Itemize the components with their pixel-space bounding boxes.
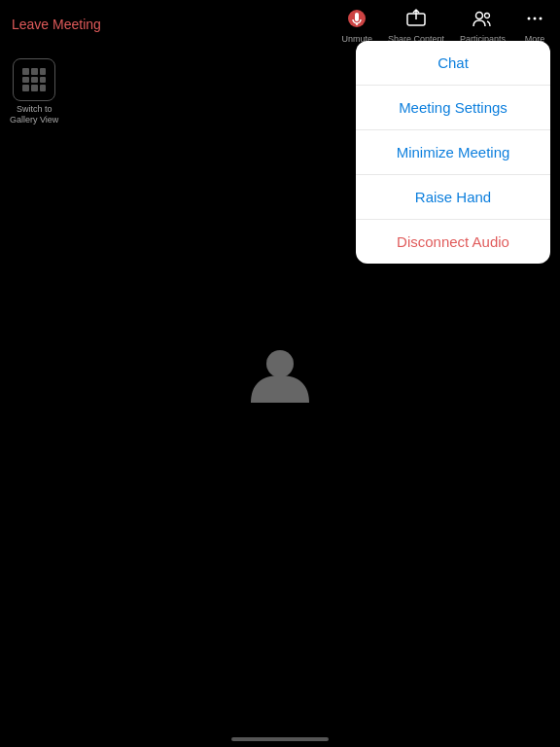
gallery-grid-icon — [22, 68, 46, 91]
svg-point-4 — [476, 13, 483, 19]
dropdown-meeting-settings[interactable]: Meeting Settings — [356, 86, 550, 130]
dropdown-minimize-meeting[interactable]: Minimize Meeting — [356, 130, 550, 175]
share-content-icon — [402, 5, 430, 32]
participants-icon — [469, 5, 496, 32]
gallery-view-label: Switch toGallery View — [10, 104, 58, 125]
dropdown-menu: Chat Meeting Settings Minimize Meeting R… — [356, 41, 550, 264]
dropdown-raise-hand[interactable]: Raise Hand — [356, 175, 550, 220]
more-icon — [521, 5, 548, 32]
person-avatar — [246, 339, 314, 408]
unmute-icon — [343, 5, 370, 32]
toolbar-right: Unmute Share Content Parti — [341, 5, 548, 44]
dropdown-disconnect-audio[interactable]: Disconnect Audio — [356, 220, 550, 264]
leave-meeting-button[interactable]: Leave Meeting — [12, 17, 101, 32]
toolbar-participants[interactable]: Participants — [460, 5, 506, 44]
svg-point-8 — [540, 18, 542, 20]
toolbar-unmute[interactable]: Unmute — [341, 5, 372, 44]
svg-rect-1 — [355, 13, 359, 21]
svg-point-5 — [485, 14, 490, 18]
toolbar-more[interactable]: More — [521, 5, 548, 44]
gallery-view-button[interactable]: Switch toGallery View — [10, 58, 58, 125]
svg-point-7 — [534, 18, 537, 20]
dropdown-chat[interactable]: Chat — [356, 41, 550, 86]
svg-point-6 — [528, 18, 531, 20]
toolbar-share-content[interactable]: Share Content — [388, 5, 444, 44]
home-indicator — [231, 737, 329, 741]
svg-point-9 — [266, 350, 294, 377]
gallery-icon-box — [13, 58, 55, 101]
center-avatar — [246, 339, 314, 408]
